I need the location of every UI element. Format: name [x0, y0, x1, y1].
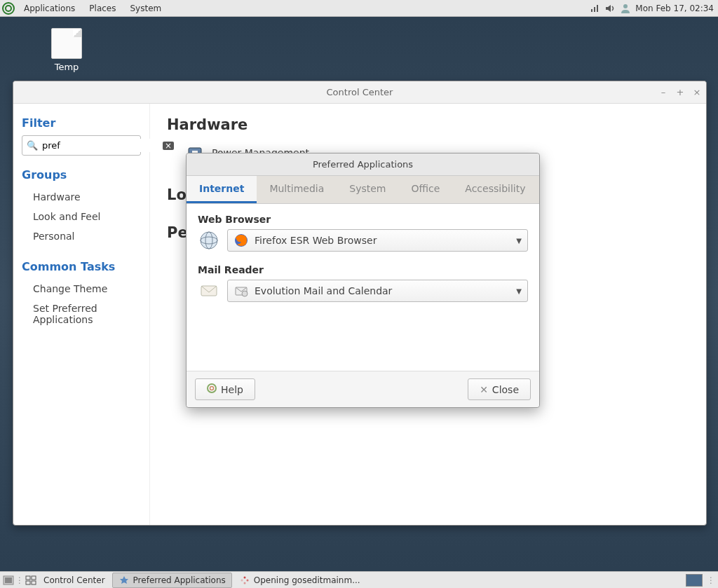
- taskbar-label: Opening goseditmainm...: [254, 575, 360, 585]
- search-icon: 🔍: [27, 140, 38, 151]
- panel-separator: ⋮: [707, 575, 715, 585]
- tab-internet[interactable]: Internet: [187, 176, 257, 203]
- globe-icon: [198, 229, 220, 252]
- close-button-label: Close: [492, 384, 519, 395]
- sidebar-item-change-theme[interactable]: Change Theme: [22, 279, 141, 299]
- envelope-icon: [198, 280, 220, 302]
- svg-marker-24: [120, 576, 128, 584]
- tab-multimedia[interactable]: Multimedia: [257, 176, 337, 203]
- taskbar-item-opening[interactable]: Opening goseditmainm...: [233, 573, 366, 587]
- distro-logo-icon[interactable]: [0, 0, 17, 17]
- dropdown-value: Firefox ESR Web Browser: [255, 235, 377, 246]
- desktop-icon-temp[interactable]: Temp: [42, 28, 91, 72]
- svg-point-17: [210, 387, 214, 390]
- taskbar-item-control-center[interactable]: Control Center: [38, 574, 111, 587]
- svg-rect-3: [594, 7, 595, 12]
- network-icon[interactable]: [589, 3, 600, 14]
- dialog-title: Preferred Applications: [313, 159, 413, 170]
- firefox-icon: [233, 233, 249, 248]
- taskbar-item-preferred-apps[interactable]: Preferred Applications: [112, 573, 232, 588]
- preferences-icon: [118, 575, 130, 586]
- svg-rect-23: [32, 581, 36, 584]
- sidebar-item-hardware[interactable]: Hardware: [22, 187, 141, 207]
- top-panel: Applications Places System Mon Feb 17, 0…: [0, 0, 718, 17]
- places-menu[interactable]: Places: [82, 0, 123, 17]
- svg-marker-5: [606, 5, 611, 12]
- show-desktop-icon[interactable]: [3, 575, 14, 586]
- sidebar-item-look-and-feel[interactable]: Look and Feel: [22, 207, 141, 226]
- window-titlebar[interactable]: Control Center – + ×: [13, 81, 706, 104]
- sidebar-item-set-preferred-apps[interactable]: Set Preferred Applications: [22, 299, 141, 329]
- common-tasks-heading: Common Tasks: [22, 260, 141, 273]
- close-icon: ✕: [480, 384, 488, 395]
- svg-rect-2: [591, 9, 592, 12]
- tab-accessibility[interactable]: Accessibility: [452, 176, 538, 203]
- panel-separator: ⋮: [15, 575, 24, 585]
- svg-point-27: [243, 582, 245, 584]
- svg-rect-20: [26, 576, 30, 580]
- loading-icon: [239, 575, 250, 586]
- clock[interactable]: Mon Feb 17, 02:34: [635, 4, 714, 13]
- desktop-icon-label: Temp: [42, 62, 91, 72]
- taskbar-label: Preferred Applications: [133, 575, 226, 585]
- svg-point-0: [3, 3, 14, 14]
- svg-point-15: [242, 291, 248, 296]
- close-button[interactable]: ×: [692, 87, 702, 97]
- svg-rect-21: [32, 576, 36, 580]
- tab-system[interactable]: System: [337, 176, 398, 203]
- help-button[interactable]: Help: [195, 378, 255, 400]
- svg-point-6: [623, 4, 628, 8]
- help-icon: [207, 383, 217, 395]
- preferred-applications-dialog: Preferred Applications Internet Multimed…: [186, 153, 540, 408]
- svg-point-9: [201, 232, 217, 249]
- tab-office[interactable]: Office: [398, 176, 452, 203]
- user-icon[interactable]: [620, 3, 631, 14]
- search-box[interactable]: 🔍 ×: [22, 135, 141, 156]
- svg-point-26: [246, 579, 248, 581]
- web-browser-dropdown[interactable]: Firefox ESR Web Browser ▼: [227, 229, 528, 252]
- dialog-titlebar[interactable]: Preferred Applications: [187, 153, 539, 176]
- svg-rect-22: [26, 581, 30, 584]
- web-browser-label: Web Browser: [198, 214, 528, 225]
- category-hardware-heading: Hardware: [167, 116, 689, 133]
- bottom-panel: ⋮ Control Center Preferred Applications …: [0, 571, 718, 588]
- filter-heading: Filter: [22, 116, 141, 130]
- dialog-tabs: Internet Multimedia System Office Access…: [187, 176, 539, 204]
- chevron-down-icon: ▼: [516, 287, 522, 295]
- search-input[interactable]: [41, 139, 163, 152]
- svg-point-1: [6, 6, 11, 11]
- minimize-button[interactable]: –: [658, 87, 668, 97]
- chevron-down-icon: ▼: [516, 237, 522, 245]
- svg-rect-4: [597, 5, 598, 12]
- svg-rect-19: [5, 577, 12, 583]
- evolution-icon: [233, 283, 249, 299]
- applications-menu[interactable]: Applications: [17, 0, 82, 17]
- window-title: Control Center: [327, 87, 393, 97]
- groups-heading: Groups: [22, 168, 141, 182]
- workspace-switcher[interactable]: [686, 574, 703, 587]
- file-icon: [51, 28, 82, 59]
- help-button-label: Help: [221, 384, 243, 395]
- mail-reader-label: Mail Reader: [198, 264, 528, 275]
- close-button[interactable]: ✕ Close: [468, 378, 531, 400]
- sidebar: Filter 🔍 × Groups Hardware Look and Feel…: [13, 104, 150, 525]
- system-menu[interactable]: System: [123, 0, 168, 17]
- dropdown-value: Evolution Mail and Calendar: [255, 285, 392, 296]
- volume-icon[interactable]: [604, 3, 616, 14]
- taskbar-label: Control Center: [43, 575, 105, 585]
- svg-point-25: [243, 576, 245, 578]
- window-list-icon[interactable]: [25, 575, 36, 586]
- svg-point-28: [241, 579, 243, 581]
- mail-reader-dropdown[interactable]: Evolution Mail and Calendar ▼: [227, 280, 528, 302]
- sidebar-item-personal[interactable]: Personal: [22, 226, 141, 246]
- maximize-button[interactable]: +: [675, 87, 685, 97]
